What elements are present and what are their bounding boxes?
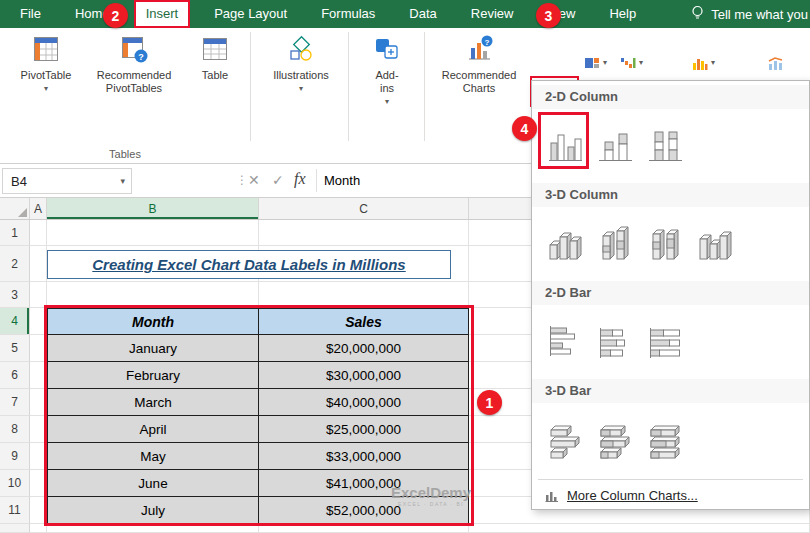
chevron-down-icon: ▾ — [385, 98, 389, 106]
recommended-charts-label: Recommended Charts — [430, 69, 528, 95]
select-all-button[interactable] — [0, 198, 30, 219]
hundred-stacked-column-icon — [645, 126, 685, 166]
chart-option-stacked-bar[interactable] — [592, 313, 638, 371]
tell-me-search[interactable]: Tell me what you — [691, 5, 810, 24]
tab-data[interactable]: Data — [399, 0, 446, 28]
row-header-2[interactable]: 2 — [0, 246, 30, 282]
row-header-3[interactable]: 3 — [0, 282, 30, 308]
tab-formulas[interactable]: Formulas — [311, 0, 385, 28]
cell[interactable] — [259, 220, 469, 246]
row-header-1[interactable]: 1 — [0, 220, 30, 246]
more-column-charts-item[interactable]: More Column Charts... — [532, 482, 809, 509]
cell[interactable] — [469, 524, 810, 533]
row-header-9[interactable]: 9 — [0, 443, 30, 470]
row-header-8[interactable]: 8 — [0, 416, 30, 443]
cell[interactable] — [30, 220, 47, 246]
table-label: Table — [202, 69, 228, 82]
chart-option-stacked-column[interactable] — [592, 117, 638, 175]
row-header-4[interactable]: 4 — [0, 308, 30, 335]
formula-bar-splitter[interactable]: ⋮ — [236, 173, 248, 187]
formula-bar-content[interactable]: Month — [324, 173, 360, 188]
chevron-down-icon: ▾ — [120, 177, 125, 185]
pivottable-button[interactable]: PivotTable ▾ — [10, 34, 82, 93]
chevron-down-icon: ▾ — [299, 85, 303, 93]
chart-option-3d-clustered-bar[interactable] — [542, 411, 588, 469]
column-header-b[interactable]: B — [47, 198, 259, 219]
chart-option-3d-stacked-column[interactable] — [592, 215, 638, 273]
3d-stacked-column-icon — [595, 224, 635, 264]
row-header-partial[interactable] — [0, 524, 30, 533]
svg-text:?: ? — [138, 52, 144, 62]
row-header-6[interactable]: 6 — [0, 362, 30, 389]
illustrations-button[interactable]: Illustrations ▾ — [258, 34, 344, 93]
group-divider — [348, 32, 349, 141]
insert-chart-button-5[interactable] — [768, 51, 784, 75]
recommended-charts-icon: ? — [465, 34, 493, 66]
recommended-pivottables-icon: ? — [120, 34, 148, 66]
table-icon — [201, 34, 229, 66]
tab-insert[interactable]: Insert — [134, 0, 191, 28]
section-3d-column: 3-D Column — [532, 183, 809, 207]
chart-option-100-stacked-column[interactable] — [642, 117, 688, 175]
row-header-7[interactable]: 7 — [0, 389, 30, 416]
waterfall-chart-icon — [620, 55, 636, 71]
section-3d-bar: 3-D Bar — [532, 379, 809, 403]
recommended-pivottables-button[interactable]: ? Recommended PivotTables — [84, 34, 184, 95]
row-header-11[interactable]: 11 — [0, 497, 30, 524]
recommended-pivottables-label: Recommended PivotTables — [84, 69, 184, 95]
chart-option-3d-stacked-bar[interactable] — [592, 411, 638, 469]
section-2d-bar: 2-D Bar — [532, 281, 809, 305]
group-divider — [250, 32, 251, 141]
name-box[interactable]: B4 ▾ — [2, 168, 132, 194]
3d-stacked-bar-icon — [595, 420, 635, 460]
chart-option-3d-100-stacked-column[interactable] — [642, 215, 688, 273]
formula-bar-divider — [316, 169, 317, 192]
svg-text:?: ? — [485, 38, 490, 47]
tell-me-label: Tell me what you — [711, 7, 808, 22]
3d-hundred-stacked-column-icon — [645, 224, 685, 264]
3d-column-icon — [695, 224, 735, 264]
annotation-badge-4: 4 — [512, 116, 537, 141]
annotation-badge-3: 3 — [536, 3, 561, 28]
cell[interactable] — [47, 220, 259, 246]
chart-option-3d-100-stacked-bar[interactable] — [642, 411, 688, 469]
add-ins-icon — [373, 34, 401, 66]
gallery-row — [532, 207, 809, 281]
column-header-c[interactable]: C — [259, 198, 469, 219]
row-header-5[interactable]: 5 — [0, 335, 30, 362]
tab-file[interactable]: File — [10, 0, 51, 28]
chart-option-3d-column[interactable] — [692, 215, 738, 273]
tab-help[interactable]: Help — [599, 0, 646, 28]
annotation-box-data-table — [44, 305, 474, 526]
table-button[interactable]: Table — [188, 34, 242, 82]
chart-option-clustered-bar[interactable] — [542, 313, 588, 371]
chart-option-3d-clustered-column[interactable] — [542, 215, 588, 273]
group-divider — [424, 32, 425, 141]
add-ins-button[interactable]: Add-ins ▾ — [354, 34, 420, 106]
chart-option-100-stacked-bar[interactable] — [642, 313, 688, 371]
more-column-charts-label: More Column Charts... — [567, 488, 698, 503]
clustered-bar-icon — [545, 322, 585, 362]
name-box-value: B4 — [11, 174, 27, 189]
excel-window: File Home Insert Page Layout Formulas Da… — [0, 0, 810, 533]
chevron-down-icon: ▾ — [639, 59, 643, 67]
menu-divider — [538, 479, 803, 480]
hundred-stacked-bar-icon — [645, 322, 685, 362]
insert-chart-button-4[interactable]: ▾ — [692, 51, 715, 75]
insert-function-icon[interactable]: fx — [294, 170, 306, 188]
recommended-charts-button[interactable]: ? Recommended Charts — [430, 34, 528, 95]
insert-chart-button-3[interactable]: ▾ — [620, 51, 643, 75]
hierarchy-chart-icon — [584, 55, 600, 71]
insert-chart-button-2[interactable]: ▾ — [584, 51, 607, 75]
column-header-a[interactable]: A — [30, 198, 47, 219]
tab-review[interactable]: Review — [461, 0, 524, 28]
annotation-badge-2: 2 — [103, 3, 128, 28]
cell[interactable] — [30, 246, 47, 282]
annotation-badge-1: 1 — [477, 390, 502, 415]
worksheet-title: Creating Excel Chart Data Labels in Mill… — [47, 250, 451, 279]
section-2d-column: 2-D Column — [532, 85, 809, 109]
cancel-icon[interactable]: ✕ — [248, 172, 260, 188]
enter-icon[interactable]: ✓ — [272, 172, 284, 188]
row-header-10[interactable]: 10 — [0, 470, 30, 497]
tab-page-layout[interactable]: Page Layout — [204, 0, 297, 28]
